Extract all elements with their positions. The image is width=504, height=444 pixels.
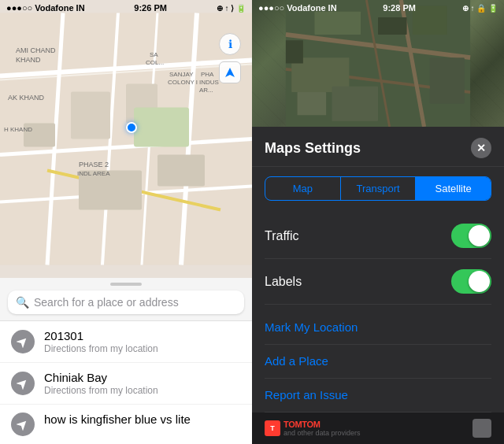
list-item[interactable]: Chiniak Bay Directions from my location bbox=[0, 363, 252, 405]
links-section: Mark My Location Add a Place Report an I… bbox=[252, 305, 504, 413]
svg-rect-13 bbox=[158, 155, 205, 187]
svg-rect-42 bbox=[286, 40, 303, 63]
tomtom-logo: T TOMTOM and other data providers bbox=[265, 420, 361, 437]
location-text-1: Chiniak Bay Directions from my location bbox=[44, 371, 158, 396]
list-item[interactable]: 201301 Directions from my location bbox=[0, 321, 252, 363]
arrow-icon-1 bbox=[17, 377, 29, 390]
location-subtitle-0: Directions from my location bbox=[44, 343, 158, 354]
settings-title: Maps Settings bbox=[265, 140, 361, 157]
carrier-name-right: Vodafone IN bbox=[287, 3, 336, 13]
add-a-place-text: Add a Place bbox=[265, 354, 328, 368]
location-icon-0 bbox=[11, 330, 35, 353]
map-bottom-section: 🔍 Search for a place or address 201301 D… bbox=[0, 278, 252, 444]
svg-text:PHA: PHA bbox=[201, 71, 214, 78]
location-text-2: how is kingfisher blue vs lite bbox=[44, 413, 191, 426]
report-an-issue-link[interactable]: Report an Issue bbox=[265, 379, 491, 413]
map-left: AMI CHAND KHAND AK KHAND H KHAND SA COL.… bbox=[0, 0, 252, 278]
location-arrow-button[interactable] bbox=[219, 61, 241, 83]
info-button[interactable]: ℹ bbox=[219, 33, 241, 55]
svg-rect-41 bbox=[378, 17, 407, 35]
labels-toggle-row: Labels bbox=[265, 259, 491, 305]
signal-dots-left: ●●●○○ bbox=[6, 3, 32, 13]
tab-satellite[interactable]: Satellite bbox=[416, 177, 491, 200]
tab-map[interactable]: Map bbox=[265, 177, 340, 200]
svg-text:SANJAY: SANJAY bbox=[169, 71, 194, 78]
time-right: 9:28 PM bbox=[383, 3, 416, 13]
tomtom-brand-text: TOMTOM and other data providers bbox=[284, 420, 361, 437]
drag-handle[interactable] bbox=[110, 283, 142, 286]
location-icon-2 bbox=[11, 413, 35, 436]
satellite-svg bbox=[252, 0, 504, 127]
labels-toggle[interactable] bbox=[451, 269, 491, 294]
time-left: 9:26 PM bbox=[134, 3, 167, 13]
search-bar[interactable]: 🔍 Search for a place or address bbox=[8, 290, 244, 314]
list-item[interactable]: how is kingfisher blue vs lite bbox=[0, 405, 252, 444]
status-bar-right: ●●●○○ Vodafone IN 9:28 PM ⊕ ↑ 🔒 🔋 bbox=[252, 0, 504, 16]
settings-sheet: Maps Settings ✕ Map Transport Satellite … bbox=[252, 127, 504, 444]
toggle-knob-traffic bbox=[469, 225, 490, 246]
status-bar-left: ●●●○○ Vodafone IN 9:26 PM ⊕ ↑ ⟩ 🔋 bbox=[0, 0, 252, 16]
location-title-2: how is kingfisher blue vs lite bbox=[44, 413, 191, 426]
report-an-issue-text: Report an Issue bbox=[265, 388, 348, 401]
svg-rect-15 bbox=[134, 108, 189, 147]
svg-rect-10 bbox=[71, 92, 110, 139]
svg-text:INDUS: INDUS bbox=[199, 79, 219, 86]
svg-rect-38 bbox=[430, 57, 465, 104]
traffic-toggle-row: Traffic bbox=[265, 213, 491, 259]
svg-text:KHAND: KHAND bbox=[16, 56, 41, 64]
weather-widget-icon bbox=[472, 419, 491, 438]
map-type-segmented-control[interactable]: Map Transport Satellite bbox=[265, 176, 491, 201]
map-svg-left: AMI CHAND KHAND AK KHAND H KHAND SA COL.… bbox=[0, 0, 252, 278]
map-footer: T TOMTOM and other data providers bbox=[252, 413, 504, 444]
location-list: 201301 Directions from my location Chini… bbox=[0, 320, 252, 444]
current-location-dot bbox=[126, 122, 137, 133]
right-panel: ●●●○○ Vodafone IN 9:28 PM ⊕ ↑ 🔒 🔋 Maps S… bbox=[252, 0, 504, 444]
traffic-toggle[interactable] bbox=[451, 224, 491, 248]
arrow-icon-2 bbox=[17, 418, 29, 431]
tomtom-icon: T bbox=[265, 420, 280, 436]
status-icons-left: ⊕ ↑ ⟩ 🔋 bbox=[217, 4, 246, 13]
search-icon-left: 🔍 bbox=[16, 296, 29, 309]
status-icons-right: ⊕ ↑ 🔒 🔋 bbox=[462, 4, 498, 13]
location-title-1: Chiniak Bay bbox=[44, 371, 158, 384]
carrier-right: ●●●○○ Vodafone IN bbox=[258, 3, 337, 13]
traffic-label: Traffic bbox=[265, 229, 299, 243]
carrier-left: ●●●○○ Vodafone IN bbox=[6, 3, 85, 13]
mark-my-location-link[interactable]: Mark My Location bbox=[265, 311, 491, 345]
svg-text:AR...: AR... bbox=[199, 87, 213, 94]
toggle-knob-labels bbox=[469, 271, 490, 292]
svg-text:SA: SA bbox=[150, 51, 158, 58]
svg-text:INDL AREA: INDL AREA bbox=[77, 170, 110, 177]
location-text-0: 201301 Directions from my location bbox=[44, 329, 158, 354]
settings-header: Maps Settings ✕ bbox=[252, 127, 504, 167]
tomtom-sub: and other data providers bbox=[284, 429, 361, 437]
search-placeholder: Search for a place or address bbox=[34, 296, 179, 309]
tomtom-name: TOMTOM bbox=[284, 420, 361, 429]
close-button[interactable]: ✕ bbox=[471, 138, 491, 158]
svg-text:PHASE 2: PHASE 2 bbox=[79, 161, 109, 168]
svg-text:COLONY I: COLONY I bbox=[168, 79, 198, 86]
location-subtitle-1: Directions from my location bbox=[44, 385, 158, 396]
toggle-section: Traffic Labels bbox=[252, 213, 504, 305]
svg-rect-39 bbox=[298, 92, 327, 115]
svg-text:H KHAND: H KHAND bbox=[4, 126, 32, 133]
location-title-0: 201301 bbox=[44, 329, 158, 342]
svg-text:COL...: COL... bbox=[146, 59, 164, 66]
arrow-icon-0 bbox=[17, 335, 29, 348]
tomtom-icon-text: T bbox=[270, 424, 275, 432]
svg-marker-29 bbox=[225, 68, 235, 77]
navigation-icon bbox=[224, 67, 235, 78]
tab-transport[interactable]: Transport bbox=[341, 177, 416, 200]
satellite-map: ●●●○○ Vodafone IN 9:28 PM ⊕ ↑ 🔒 🔋 bbox=[252, 0, 504, 127]
left-panel: ●●●○○ Vodafone IN 9:26 PM ⊕ ↑ ⟩ 🔋 bbox=[0, 0, 252, 444]
location-icon-1 bbox=[11, 372, 35, 395]
add-a-place-link[interactable]: Add a Place bbox=[265, 345, 491, 379]
svg-rect-40 bbox=[332, 87, 378, 121]
signal-dots-right: ●●●○○ bbox=[258, 3, 284, 13]
svg-text:AMI CHAND: AMI CHAND bbox=[16, 46, 56, 54]
mark-my-location-text: Mark My Location bbox=[265, 320, 358, 334]
svg-text:AK KHAND: AK KHAND bbox=[8, 94, 45, 102]
labels-label: Labels bbox=[265, 275, 302, 289]
carrier-name-left: Vodafone IN bbox=[35, 3, 84, 13]
